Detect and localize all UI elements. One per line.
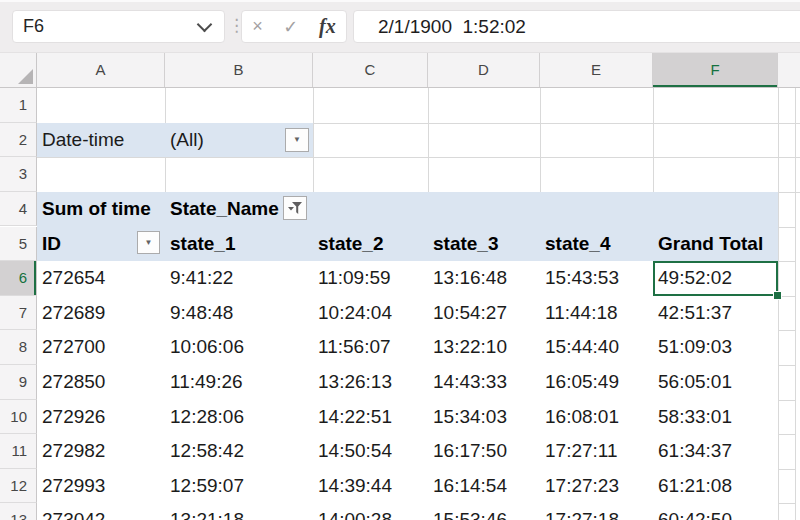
cell[interactable]: 10:24:04 — [313, 296, 428, 331]
cell[interactable]: 14:39:44 — [313, 469, 428, 504]
column-header-a[interactable]: A — [37, 53, 165, 87]
cell[interactable]: 15:53:46 — [428, 503, 540, 520]
cell[interactable]: 14:50:54 — [313, 434, 428, 469]
selected-cell-border[interactable] — [653, 261, 778, 296]
gridline — [37, 157, 800, 158]
cell[interactable]: 10:54:27 — [428, 296, 540, 331]
select-all-corner[interactable] — [0, 53, 37, 87]
cell-d5-state3[interactable]: state_3 — [428, 227, 540, 262]
cell[interactable]: 13:21:18 — [165, 503, 313, 520]
cancel-icon[interactable]: × — [252, 16, 263, 37]
gridline — [778, 469, 795, 470]
cell[interactable]: 17:27:18 — [540, 503, 653, 520]
cell[interactable]: 14:22:51 — [313, 400, 428, 435]
cell[interactable]: 14:00:28 — [313, 503, 428, 520]
cell[interactable]: 12:58:42 — [165, 434, 313, 469]
formula-bar-input[interactable]: 2/1/1900 1:52:02 — [353, 10, 800, 43]
cell[interactable]: 60:42:50 — [653, 503, 778, 520]
cell[interactable]: 13:16:48 — [428, 261, 540, 296]
cell[interactable]: 272689 — [37, 296, 165, 331]
cell[interactable]: 13:22:10 — [428, 330, 540, 365]
chevron-down-icon[interactable] — [197, 17, 213, 33]
fill-handle[interactable] — [773, 291, 782, 300]
row-header-9[interactable]: 9 — [0, 365, 37, 400]
column-header-c[interactable]: C — [313, 53, 428, 87]
cell[interactable]: 17:27:11 — [540, 434, 653, 469]
cell[interactable]: 11:56:07 — [313, 330, 428, 365]
row-header-5[interactable]: 5 — [0, 227, 37, 262]
gridline — [778, 88, 779, 520]
row-header-12[interactable]: 12 — [0, 469, 37, 504]
spreadsheet-grid: A B C D E F 1 2 3 4 5 6 7 8 9 10 11 12 1… — [0, 52, 800, 520]
column-header-b[interactable]: B — [165, 53, 313, 87]
enter-icon[interactable]: ✓ — [283, 16, 298, 38]
name-box-value[interactable]: F6 — [13, 16, 199, 37]
row-header-7[interactable]: 7 — [0, 296, 37, 331]
row-header-11[interactable]: 11 — [0, 434, 37, 469]
id-dropdown-button[interactable]: ▼ — [137, 231, 160, 254]
row-header-4[interactable]: 4 — [0, 192, 37, 227]
cell-c5-state2[interactable]: state_2 — [313, 227, 428, 262]
row-header-6-selected[interactable]: 6 — [0, 261, 37, 296]
row-header-3[interactable]: 3 — [0, 157, 37, 192]
cell[interactable]: 15:34:03 — [428, 400, 540, 435]
cell[interactable]: 272993 — [37, 469, 165, 504]
cell[interactable]: 11:09:59 — [313, 261, 428, 296]
state-name-filter-button[interactable] — [283, 196, 307, 220]
cell[interactable]: 42:51:37 — [653, 296, 778, 331]
cell[interactable]: 51:09:03 — [653, 330, 778, 365]
cell[interactable]: 11:44:18 — [540, 296, 653, 331]
cell[interactable]: 15:44:40 — [540, 330, 653, 365]
table-row: 272926 12:28:06 14:22:51 15:34:03 16:08:… — [37, 400, 778, 435]
cell[interactable]: 58:33:01 — [653, 400, 778, 435]
cell[interactable]: 12:28:06 — [165, 400, 313, 435]
gridline — [540, 88, 541, 192]
cell[interactable]: 272926 — [37, 400, 165, 435]
cell[interactable]: 15:43:53 — [540, 261, 653, 296]
row-header-2[interactable]: 2 — [0, 123, 37, 158]
cell[interactable]: 61:34:37 — [653, 434, 778, 469]
insert-function-icon[interactable]: fx — [319, 15, 336, 38]
cell[interactable]: 272982 — [37, 434, 165, 469]
column-header-d[interactable]: D — [428, 53, 540, 87]
cell[interactable]: 61:21:08 — [653, 469, 778, 504]
cell[interactable]: 16:08:01 — [540, 400, 653, 435]
cell[interactable]: 12:59:07 — [165, 469, 313, 504]
cell-b5-state1[interactable]: state_1 — [165, 227, 313, 262]
cell[interactable]: 56:05:01 — [653, 365, 778, 400]
column-header-f-selected[interactable]: F — [653, 53, 778, 87]
column-header-g-sliver[interactable] — [778, 53, 799, 87]
table-row: 273042 13:21:18 14:00:28 15:53:46 17:27:… — [37, 503, 778, 520]
cell[interactable]: 14:43:33 — [428, 365, 540, 400]
cell[interactable]: 16:14:54 — [428, 469, 540, 504]
cell[interactable]: 11:49:26 — [165, 365, 313, 400]
cell[interactable]: 17:27:23 — [540, 469, 653, 504]
cell-e5-state4[interactable]: state_4 — [540, 227, 653, 262]
dropdown-arrow-icon: ▼ — [145, 238, 153, 247]
cell-a2-filter-label[interactable]: Date-time — [37, 123, 165, 158]
excel-window: F6 ⋮ × ✓ fx 2/1/1900 1:52:02 A B C D E F… — [0, 0, 800, 520]
cell[interactable]: 10:06:06 — [165, 330, 313, 365]
cell[interactable]: 272850 — [37, 365, 165, 400]
cell-f5-grand-total[interactable]: Grand Total — [653, 227, 778, 262]
filter-dropdown-button[interactable]: ▼ — [285, 128, 309, 152]
row-header-8[interactable]: 8 — [0, 330, 37, 365]
cell[interactable]: 9:41:22 — [165, 261, 313, 296]
cell[interactable]: 273042 — [37, 503, 165, 520]
cell[interactable]: 9:48:48 — [165, 296, 313, 331]
formula-bar-value: 2/1/1900 1:52:02 — [354, 16, 526, 38]
gridline — [778, 400, 795, 401]
cell[interactable]: 16:05:49 — [540, 365, 653, 400]
cell[interactable]: 16:17:50 — [428, 434, 540, 469]
name-box[interactable]: F6 — [12, 10, 225, 43]
cell-a4-pivot-title[interactable]: Sum of time — [37, 192, 165, 227]
cell[interactable]: 272700 — [37, 330, 165, 365]
column-header-e[interactable]: E — [540, 53, 653, 87]
row-header-1[interactable]: 1 — [0, 88, 37, 123]
cell[interactable]: 272654 — [37, 261, 165, 296]
table-row: 272700 10:06:06 11:56:07 13:22:10 15:44:… — [37, 330, 778, 365]
row-header-10[interactable]: 10 — [0, 400, 37, 435]
row-header-13[interactable]: 13 — [0, 503, 37, 520]
gridline — [778, 503, 795, 504]
cell[interactable]: 13:26:13 — [313, 365, 428, 400]
